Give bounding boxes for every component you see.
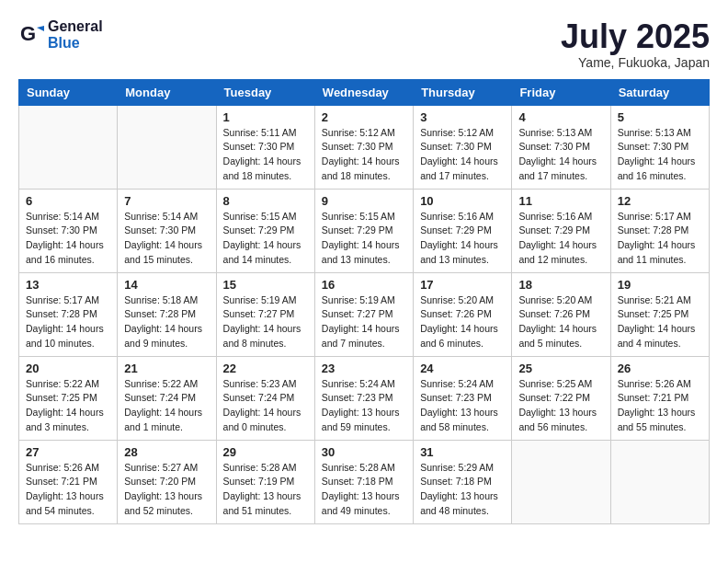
calendar-cell: 11Sunrise: 5:16 AMSunset: 7:29 PMDayligh… xyxy=(512,189,610,272)
day-info: Sunrise: 5:25 AMSunset: 7:22 PMDaylight:… xyxy=(518,377,603,435)
title-block: July 2025 Yame, Fukuoka, Japan xyxy=(561,18,710,70)
page-header: G General Blue July 2025 Yame, Fukuoka, … xyxy=(18,18,710,70)
day-info: Sunrise: 5:14 AMSunset: 7:30 PMDaylight:… xyxy=(124,210,209,268)
day-number: 13 xyxy=(26,278,110,292)
day-number: 6 xyxy=(26,194,110,208)
calendar-cell: 30Sunrise: 5:28 AMSunset: 7:18 PMDayligh… xyxy=(314,440,413,523)
calendar-week-row: 6Sunrise: 5:14 AMSunset: 7:30 PMDaylight… xyxy=(19,189,710,272)
day-number: 22 xyxy=(223,362,308,375)
day-info: Sunrise: 5:22 AMSunset: 7:24 PMDaylight:… xyxy=(124,377,209,435)
day-info: Sunrise: 5:29 AMSunset: 7:18 PMDaylight:… xyxy=(420,461,505,519)
month-title: July 2025 xyxy=(561,18,710,55)
calendar-cell: 31Sunrise: 5:29 AMSunset: 7:18 PMDayligh… xyxy=(414,440,512,523)
calendar-cell: 18Sunrise: 5:20 AMSunset: 7:26 PMDayligh… xyxy=(512,272,610,356)
calendar-cell: 26Sunrise: 5:26 AMSunset: 7:21 PMDayligh… xyxy=(610,356,709,440)
day-info: Sunrise: 5:16 AMSunset: 7:29 PMDaylight:… xyxy=(420,210,505,268)
logo: G General Blue xyxy=(18,18,103,52)
calendar-cell: 25Sunrise: 5:25 AMSunset: 7:22 PMDayligh… xyxy=(512,356,610,440)
day-info: Sunrise: 5:17 AMSunset: 7:28 PMDaylight:… xyxy=(26,293,110,351)
day-info: Sunrise: 5:26 AMSunset: 7:21 PMDaylight:… xyxy=(618,377,702,435)
calendar-cell: 22Sunrise: 5:23 AMSunset: 7:24 PMDayligh… xyxy=(216,356,314,440)
day-number: 15 xyxy=(223,278,308,292)
calendar-cell xyxy=(19,105,118,189)
calendar-cell: 7Sunrise: 5:14 AMSunset: 7:30 PMDaylight… xyxy=(118,189,216,272)
calendar-cell: 1Sunrise: 5:11 AMSunset: 7:30 PMDaylight… xyxy=(216,105,314,189)
day-number: 4 xyxy=(518,110,603,124)
calendar-week-row: 20Sunrise: 5:22 AMSunset: 7:25 PMDayligh… xyxy=(19,356,710,440)
day-number: 3 xyxy=(420,110,505,124)
day-number: 5 xyxy=(618,110,702,124)
day-number: 7 xyxy=(124,194,209,208)
day-info: Sunrise: 5:19 AMSunset: 7:27 PMDaylight:… xyxy=(223,293,308,351)
weekday-header-sunday: Sunday xyxy=(19,79,118,105)
day-number: 2 xyxy=(322,110,406,124)
day-number: 14 xyxy=(124,278,209,292)
calendar-cell: 14Sunrise: 5:18 AMSunset: 7:28 PMDayligh… xyxy=(118,272,216,356)
calendar-cell: 4Sunrise: 5:13 AMSunset: 7:30 PMDaylight… xyxy=(512,105,610,189)
day-number: 11 xyxy=(518,194,603,208)
day-info: Sunrise: 5:26 AMSunset: 7:21 PMDaylight:… xyxy=(26,461,110,519)
day-info: Sunrise: 5:19 AMSunset: 7:27 PMDaylight:… xyxy=(322,293,406,351)
calendar-cell xyxy=(610,440,709,523)
calendar-cell: 12Sunrise: 5:17 AMSunset: 7:28 PMDayligh… xyxy=(610,189,709,272)
calendar-week-row: 27Sunrise: 5:26 AMSunset: 7:21 PMDayligh… xyxy=(19,440,710,523)
calendar-cell: 28Sunrise: 5:27 AMSunset: 7:20 PMDayligh… xyxy=(118,440,216,523)
weekday-header-saturday: Saturday xyxy=(610,79,709,105)
weekday-header-tuesday: Tuesday xyxy=(216,79,314,105)
day-number: 24 xyxy=(420,362,505,375)
day-number: 26 xyxy=(618,362,702,375)
calendar-cell: 29Sunrise: 5:28 AMSunset: 7:19 PMDayligh… xyxy=(216,440,314,523)
calendar-cell: 21Sunrise: 5:22 AMSunset: 7:24 PMDayligh… xyxy=(118,356,216,440)
day-info: Sunrise: 5:12 AMSunset: 7:30 PMDaylight:… xyxy=(322,126,406,184)
calendar-week-row: 1Sunrise: 5:11 AMSunset: 7:30 PMDaylight… xyxy=(19,105,710,189)
calendar-cell xyxy=(118,105,216,189)
calendar-table: SundayMondayTuesdayWednesdayThursdayFrid… xyxy=(18,79,710,524)
logo-general: General xyxy=(48,18,103,34)
day-number: 9 xyxy=(322,194,406,208)
day-number: 20 xyxy=(26,362,110,375)
logo-icon: G xyxy=(18,22,44,48)
logo-blue: Blue xyxy=(48,35,80,51)
svg-marker-1 xyxy=(37,26,44,31)
day-info: Sunrise: 5:24 AMSunset: 7:23 PMDaylight:… xyxy=(322,377,406,435)
day-number: 17 xyxy=(420,278,505,292)
calendar-cell: 8Sunrise: 5:15 AMSunset: 7:29 PMDaylight… xyxy=(216,189,314,272)
calendar-cell: 6Sunrise: 5:14 AMSunset: 7:30 PMDaylight… xyxy=(19,189,118,272)
weekday-header-wednesday: Wednesday xyxy=(314,79,413,105)
day-info: Sunrise: 5:15 AMSunset: 7:29 PMDaylight:… xyxy=(223,210,308,268)
calendar-cell: 23Sunrise: 5:24 AMSunset: 7:23 PMDayligh… xyxy=(314,356,413,440)
svg-text:G: G xyxy=(20,22,36,45)
weekday-header-thursday: Thursday xyxy=(414,79,512,105)
day-number: 21 xyxy=(124,362,209,375)
day-info: Sunrise: 5:21 AMSunset: 7:25 PMDaylight:… xyxy=(618,293,702,351)
day-number: 16 xyxy=(322,278,406,292)
day-info: Sunrise: 5:11 AMSunset: 7:30 PMDaylight:… xyxy=(223,126,308,184)
day-info: Sunrise: 5:17 AMSunset: 7:28 PMDaylight:… xyxy=(618,210,702,268)
calendar-cell: 19Sunrise: 5:21 AMSunset: 7:25 PMDayligh… xyxy=(610,272,709,356)
day-info: Sunrise: 5:16 AMSunset: 7:29 PMDaylight:… xyxy=(518,210,603,268)
calendar-cell: 10Sunrise: 5:16 AMSunset: 7:29 PMDayligh… xyxy=(414,189,512,272)
day-number: 10 xyxy=(420,194,505,208)
day-number: 1 xyxy=(223,110,308,124)
calendar-cell: 13Sunrise: 5:17 AMSunset: 7:28 PMDayligh… xyxy=(19,272,118,356)
day-info: Sunrise: 5:27 AMSunset: 7:20 PMDaylight:… xyxy=(124,461,209,519)
calendar-cell: 17Sunrise: 5:20 AMSunset: 7:26 PMDayligh… xyxy=(414,272,512,356)
day-number: 19 xyxy=(618,278,702,292)
day-info: Sunrise: 5:18 AMSunset: 7:28 PMDaylight:… xyxy=(124,293,209,351)
day-number: 23 xyxy=(322,362,406,375)
calendar-cell: 9Sunrise: 5:15 AMSunset: 7:29 PMDaylight… xyxy=(314,189,413,272)
weekday-header-monday: Monday xyxy=(118,79,216,105)
location-title: Yame, Fukuoka, Japan xyxy=(561,55,710,70)
calendar-cell: 3Sunrise: 5:12 AMSunset: 7:30 PMDaylight… xyxy=(414,105,512,189)
day-info: Sunrise: 5:22 AMSunset: 7:25 PMDaylight:… xyxy=(26,377,110,435)
day-number: 29 xyxy=(223,445,308,459)
day-info: Sunrise: 5:28 AMSunset: 7:18 PMDaylight:… xyxy=(322,461,406,519)
day-info: Sunrise: 5:15 AMSunset: 7:29 PMDaylight:… xyxy=(322,210,406,268)
day-number: 8 xyxy=(223,194,308,208)
day-number: 18 xyxy=(518,278,603,292)
calendar-cell: 2Sunrise: 5:12 AMSunset: 7:30 PMDaylight… xyxy=(314,105,413,189)
day-info: Sunrise: 5:13 AMSunset: 7:30 PMDaylight:… xyxy=(618,126,702,184)
calendar-cell: 27Sunrise: 5:26 AMSunset: 7:21 PMDayligh… xyxy=(19,440,118,523)
day-info: Sunrise: 5:24 AMSunset: 7:23 PMDaylight:… xyxy=(420,377,505,435)
day-info: Sunrise: 5:23 AMSunset: 7:24 PMDaylight:… xyxy=(223,377,308,435)
